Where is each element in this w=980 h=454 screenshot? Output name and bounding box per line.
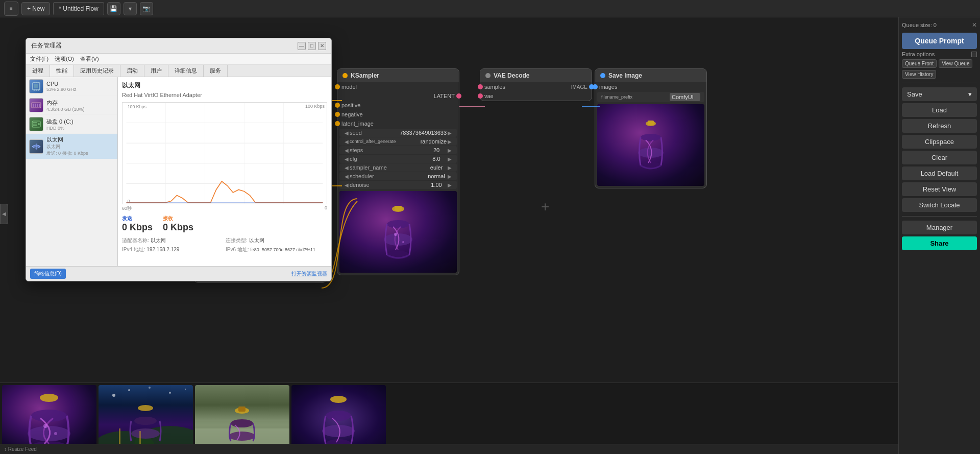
ksampler-seed-control[interactable]: ◀ seed 783373649013633 ▶ bbox=[339, 129, 457, 137]
tm-mem-label: 内存 bbox=[46, 99, 85, 107]
tm-list-item-cpu[interactable]: CPU 53% 2.90 GHz bbox=[26, 77, 117, 96]
queue-action-btns: Queue Front View Queue bbox=[902, 59, 977, 68]
screenshot-button[interactable]: 📷 bbox=[140, 2, 153, 15]
ksampler-control-after-control[interactable]: ◀ control_after_generate randomize ▶ bbox=[339, 137, 457, 146]
task-manager-tabbar: 进程 性能 应用历史记录 启动 用户 详细信息 服务 bbox=[26, 65, 331, 77]
tm-tab-details[interactable]: 详细信息 bbox=[168, 65, 204, 77]
tm-menu-options[interactable]: 选项(O) bbox=[55, 55, 74, 63]
save-filename-input[interactable] bbox=[670, 93, 700, 101]
save-icon-button[interactable]: 💾 bbox=[107, 2, 120, 15]
tm-brief-info-btn[interactable]: 简略信息(D) bbox=[30, 269, 66, 279]
ksampler-cag-label: control_after_generate bbox=[350, 139, 421, 144]
vae-samples-port[interactable] bbox=[478, 84, 483, 89]
tm-menu-view[interactable]: 查看(V) bbox=[80, 55, 99, 63]
manager-label: Manager bbox=[926, 224, 952, 231]
ksampler-cfg-control[interactable]: ◀ cfg 8.0 ▶ bbox=[339, 155, 457, 163]
canvas[interactable]: ◀ KSampler model LATENT positive negativ… bbox=[0, 17, 980, 454]
tm-close-btn[interactable]: ✕ bbox=[318, 42, 326, 50]
reset-view-button[interactable]: Reset View bbox=[902, 182, 977, 196]
ksampler-cag-right-arrow[interactable]: ▶ bbox=[447, 139, 453, 145]
clear-button[interactable]: Clear bbox=[902, 151, 977, 164]
tm-tab-app-history[interactable]: 应用历史记录 bbox=[74, 65, 120, 77]
ksampler-positive-port[interactable] bbox=[335, 103, 340, 108]
clipspace-button[interactable]: Clipspace bbox=[902, 135, 977, 149]
save-images-port[interactable] bbox=[593, 84, 598, 89]
tm-tab-users[interactable]: 用户 bbox=[144, 65, 168, 77]
ksampler-steps-right-arrow[interactable]: ▶ bbox=[447, 148, 453, 153]
ksampler-preview bbox=[339, 191, 457, 273]
ksampler-sampler-right-arrow[interactable]: ▶ bbox=[447, 165, 453, 171]
ksampler-seed-left-arrow[interactable]: ◀ bbox=[344, 130, 350, 136]
save-button[interactable]: Save ▾ bbox=[902, 87, 977, 101]
tm-conn-type-value: 以太网 bbox=[249, 237, 264, 243]
scroll-handle-left[interactable]: ◀ bbox=[0, 204, 8, 224]
manager-button[interactable]: Manager bbox=[902, 221, 977, 234]
new-button[interactable]: + New bbox=[21, 2, 50, 15]
ksampler-sampler-label: sampler_name bbox=[350, 164, 426, 171]
ksampler-steps-control[interactable]: ◀ steps 20 ▶ bbox=[339, 146, 457, 154]
tm-disk-stats: HDD 0% bbox=[46, 126, 74, 131]
view-queue-button[interactable]: View Queue bbox=[939, 59, 972, 68]
tm-ipv6-label: IPv6 地址: bbox=[226, 247, 249, 252]
svg-point-68 bbox=[330, 396, 347, 403]
tm-tab-startup[interactable]: 启动 bbox=[120, 65, 144, 77]
thumb-3[interactable] bbox=[195, 385, 289, 451]
flow-tab[interactable]: * Untitled Flow bbox=[53, 2, 104, 15]
ksampler-cag-left-arrow[interactable]: ◀ bbox=[344, 139, 350, 145]
ksampler-positive-label: positive bbox=[341, 102, 455, 108]
load-button[interactable]: Load bbox=[902, 103, 977, 117]
tm-conn-type-row: 连接类型: 以太网 bbox=[226, 237, 327, 244]
switch-locale-button[interactable]: Switch Locale bbox=[902, 198, 977, 212]
ksampler-denoise-right-arrow[interactable]: ▶ bbox=[447, 182, 453, 188]
ksampler-scheduler-control[interactable]: ◀ scheduler normal ▶ bbox=[339, 172, 457, 180]
save-filename-control[interactable]: filename_prefix bbox=[597, 92, 704, 102]
tm-send-label: 发送 bbox=[122, 215, 153, 222]
ksampler-sampler-control[interactable]: ◀ sampler_name euler ▶ bbox=[339, 163, 457, 172]
resize-feed-bar[interactable]: ↕ Resize Feed bbox=[0, 444, 898, 454]
ksampler-cfg-left-arrow[interactable]: ◀ bbox=[344, 156, 350, 162]
load-default-button[interactable]: Load Default bbox=[902, 166, 977, 180]
tm-chart-subtitle: Red Hat VirtIO Ethernet Adapter bbox=[122, 92, 327, 98]
ksampler-scheduler-right-arrow[interactable]: ▶ bbox=[447, 174, 453, 179]
tm-tab-performance[interactable]: 性能 bbox=[50, 65, 74, 77]
ksampler-steps-left-arrow[interactable]: ◀ bbox=[344, 148, 350, 153]
ksampler-denoise-control[interactable]: ◀ denoise 1.00 ▶ bbox=[339, 181, 457, 189]
ksampler-model-input-port[interactable] bbox=[335, 84, 340, 89]
ksampler-denoise-left-arrow[interactable]: ◀ bbox=[344, 182, 350, 188]
tm-tab-processes[interactable]: 进程 bbox=[26, 65, 50, 77]
share-button[interactable]: Share bbox=[902, 236, 977, 250]
tm-resource-monitor-link[interactable]: 打开资源监视器 bbox=[291, 270, 327, 277]
tm-menu-file[interactable]: 文件(F) bbox=[30, 55, 48, 63]
thumb-1[interactable] bbox=[2, 385, 96, 451]
ksampler-latent-input-port[interactable] bbox=[335, 121, 340, 126]
queue-prompt-button[interactable]: Queue Prompt bbox=[902, 33, 977, 49]
tm-ipv4-row: IPv4 地址: 192.168.2.129 bbox=[122, 246, 224, 253]
vae-vae-port[interactable] bbox=[478, 93, 483, 99]
view-history-button[interactable]: View History bbox=[902, 70, 936, 79]
ksampler-latent-output-port[interactable] bbox=[456, 93, 461, 99]
tm-restore-btn[interactable]: □ bbox=[308, 42, 316, 50]
dropdown-button[interactable]: ▾ bbox=[124, 2, 137, 15]
ksampler-scheduler-left-arrow[interactable]: ◀ bbox=[344, 174, 350, 179]
tm-disk-label: 磁盘 0 (C:) bbox=[46, 118, 74, 126]
tm-list-item-disk[interactable]: 磁盘 0 (C:) HDD 0% bbox=[26, 115, 117, 134]
queue-front-button[interactable]: Queue Front bbox=[902, 59, 937, 68]
tm-tab-services[interactable]: 服务 bbox=[204, 65, 228, 77]
tm-minimize-btn[interactable]: — bbox=[298, 42, 306, 50]
app-logo[interactable]: ≡ bbox=[4, 2, 18, 16]
ksampler-cfg-right-arrow[interactable]: ▶ bbox=[447, 156, 453, 162]
ksampler-model-label: model bbox=[341, 84, 455, 90]
thumb-4[interactable] bbox=[291, 385, 386, 451]
canvas-plus[interactable]: + bbox=[541, 199, 549, 215]
tm-list-item-network[interactable]: 以太网 以太网 发送: 0 接收: 0 Kbps bbox=[26, 134, 117, 159]
svg-point-5 bbox=[394, 233, 397, 236]
tm-list-item-memory[interactable]: 内存 4.3/24.0 GB (18%) bbox=[26, 96, 117, 115]
ksampler-sampler-left-arrow[interactable]: ◀ bbox=[344, 165, 350, 171]
refresh-button[interactable]: Refresh bbox=[902, 119, 977, 133]
ksampler-seed-right-arrow[interactable]: ▶ bbox=[447, 130, 453, 136]
svg-point-59 bbox=[131, 428, 160, 439]
ksampler-negative-port[interactable] bbox=[335, 112, 340, 117]
thumb-2[interactable] bbox=[99, 385, 193, 451]
sidebar-close-btn[interactable]: ✕ bbox=[972, 21, 977, 29]
extra-options-checkbox[interactable] bbox=[971, 52, 977, 57]
